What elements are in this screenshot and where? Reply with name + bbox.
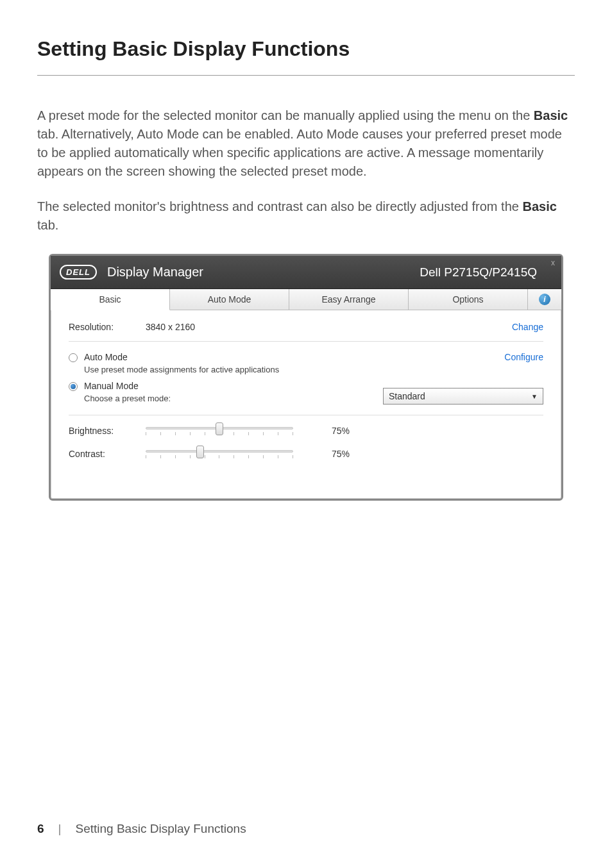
resolution-label: Resolution: — [69, 322, 146, 332]
info-icon: i — [539, 294, 550, 305]
manual-mode-label: Manual Mode — [84, 381, 139, 391]
monitor-model: Dell P2715Q/P2415Q — [420, 265, 537, 280]
display-manager-window: DELL Display Manager Dell P2715Q/P2415Q … — [49, 254, 563, 501]
panel-divider-2 — [69, 415, 543, 415]
contrast-ticks — [146, 455, 293, 458]
p2-text-b: tab. — [37, 218, 58, 232]
brightness-row: Brightness: 75% — [69, 426, 543, 436]
radio-manual-mode[interactable] — [69, 382, 78, 391]
tab-bar: Basic Auto Mode Easy Arrange Options i — [51, 289, 561, 310]
tab-basic[interactable]: Basic — [51, 289, 170, 310]
tab-info[interactable]: i — [528, 289, 561, 310]
dell-logo: DELL — [60, 265, 97, 280]
brightness-track — [146, 427, 293, 430]
title-divider — [37, 75, 575, 76]
auto-mode-description: Use preset mode assignments for active a… — [84, 365, 543, 374]
brightness-slider[interactable] — [146, 427, 293, 435]
page-footer: 6 | Setting Basic Display Functions — [37, 822, 246, 836]
footer-section-name: Setting Basic Display Functions — [76, 822, 246, 836]
close-icon[interactable]: x — [551, 258, 555, 267]
contrast-row: Contrast: 75% — [69, 449, 543, 459]
auto-mode-label: Auto Mode — [84, 352, 128, 362]
radio-auto-mode[interactable] — [69, 353, 78, 362]
footer-separator: | — [58, 822, 62, 836]
contrast-thumb[interactable] — [196, 446, 204, 458]
resolution-row: Resolution: 3840 x 2160 Change — [69, 322, 543, 332]
chevron-down-icon: ▼ — [531, 393, 538, 400]
page-number: 6 — [37, 822, 44, 836]
contrast-slider[interactable] — [146, 450, 293, 458]
p1-text-a: A preset mode for the selected monitor c… — [37, 108, 534, 122]
titlebar: DELL Display Manager Dell P2715Q/P2415Q … — [51, 256, 561, 289]
brightness-label: Brightness: — [69, 426, 146, 436]
basic-panel: Resolution: 3840 x 2160 Change Configure… — [51, 310, 561, 499]
p1-text-b: tab. Alternatively, Auto Mode can be ena… — [37, 127, 562, 178]
auto-mode-radio-row[interactable]: Auto Mode — [69, 352, 543, 362]
preset-mode-select[interactable]: Standard ▼ — [383, 388, 543, 405]
p1-bold-basic: Basic — [534, 108, 568, 122]
p2-bold-basic: Basic — [522, 199, 556, 213]
resolution-value: 3840 x 2160 — [146, 322, 512, 332]
brightness-thumb[interactable] — [216, 422, 223, 435]
app-title: Display Manager — [107, 265, 420, 280]
contrast-track — [146, 450, 293, 453]
preset-mode-value: Standard — [389, 391, 425, 401]
configure-link[interactable]: Configure — [504, 352, 543, 362]
brightness-value: 75% — [332, 426, 350, 436]
panel-divider-1 — [69, 341, 543, 342]
tab-options[interactable]: Options — [409, 289, 528, 310]
paragraph-1: A preset mode for the selected monitor c… — [37, 106, 575, 181]
p2-text-a: The selected monitor's brightness and co… — [37, 199, 522, 213]
contrast-value: 75% — [332, 449, 350, 459]
contrast-label: Contrast: — [69, 449, 146, 459]
page-title: Setting Basic Display Functions — [37, 37, 575, 61]
paragraph-2: The selected monitor's brightness and co… — [37, 197, 575, 235]
tab-easy-arrange[interactable]: Easy Arrange — [289, 289, 409, 310]
tab-auto-mode[interactable]: Auto Mode — [170, 289, 289, 310]
mode-selection: Configure Auto Mode Use preset mode assi… — [69, 352, 543, 403]
change-link[interactable]: Change — [512, 322, 543, 332]
